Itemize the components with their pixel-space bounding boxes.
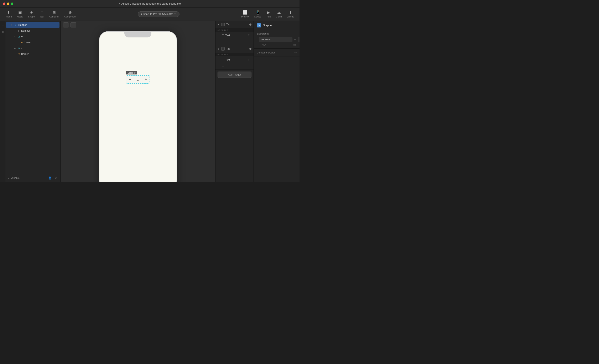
shape-button[interactable]: ◈ Shape — [26, 9, 37, 19]
component-guide-section: Component Guide ✏ — [254, 49, 300, 57]
shape-icon: ◈ — [29, 10, 34, 15]
ruler-1: 0 0.2 0.4 0.6 — [215, 28, 254, 32]
user-icon[interactable]: 👤 — [48, 176, 52, 180]
iphone-mockup: Stepper − 1 + — [99, 31, 177, 182]
layer-item-number[interactable]: ▼ T Number — [6, 28, 60, 34]
add-trigger-label: Add Trigger — [228, 73, 241, 76]
add-trigger-button[interactable]: Add Trigger — [218, 71, 251, 78]
tap-icon-1 — [221, 23, 225, 26]
toolbar-center: iPhone 11 Pro / X 375 × 812 ▼ — [79, 11, 238, 17]
union-layer-icon: ⊔ — [20, 41, 24, 44]
forward-button[interactable]: → — [70, 22, 76, 27]
device-button[interactable]: 📱 Device — [252, 9, 264, 19]
trigger-add-row-1[interactable]: + — [215, 39, 254, 45]
import-label: Import — [5, 15, 12, 18]
tap-icon-2 — [221, 47, 225, 51]
props-header: S Stepper — [254, 21, 300, 30]
container-button[interactable]: ⊞ Container — [47, 9, 61, 19]
layer-item-minus-group[interactable]: ▶ ⊞ - — [6, 45, 60, 51]
device-selector[interactable]: iPhone 11 Pro / X 375 × 812 ▼ — [138, 11, 179, 17]
props-panel: S Stepper Background ✏ HEX Fill Componen… — [254, 21, 300, 182]
cloud-icon: ☁ — [277, 10, 281, 15]
layers-panel: ▼ ➤ Stepper ▼ T Number ▼ ⊞ + ▼ ⊔ Union — [5, 21, 61, 182]
import-icon: ⬇ — [7, 10, 11, 15]
settings-icon[interactable]: ⚙ — [54, 176, 58, 180]
trigger-row-text-1: T Text T — [215, 32, 254, 39]
device-selector-label: iPhone 11 Pro / X 375 × 812 — [141, 13, 173, 16]
layer-item-plus-group[interactable]: ▼ ⊞ + — [6, 34, 60, 40]
layer-name-union: Union — [25, 41, 58, 44]
chevron-right-icon: ▶ — [14, 47, 16, 50]
upload-button[interactable]: ⬆ Upload — [285, 9, 296, 19]
cloud-button[interactable]: ☁ Cloud — [274, 9, 284, 19]
stepper-minus-button[interactable]: − — [126, 76, 134, 83]
chevron-down-icon: ▼ — [14, 35, 16, 38]
main-area: ☰ ⊞ ▼ ➤ Stepper ▼ T Number ▼ ⊞ + — [0, 21, 300, 182]
stepper-props-icon: S — [257, 23, 261, 27]
window-title: * [Asset] Calculate the amout in the sam… — [119, 2, 181, 5]
component-layer-icon: ➤ — [14, 23, 17, 27]
run-button[interactable]: ▶ Run — [264, 9, 273, 19]
chevron-down-icon: ▼ — [174, 13, 176, 15]
variable-section[interactable]: ▶ Variable — [8, 177, 19, 179]
chevron-right-icon: ▶ — [8, 177, 9, 179]
border-layer-icon: ⬚ — [17, 53, 20, 56]
opacity-input[interactable] — [298, 37, 300, 42]
assets-icon[interactable]: ⊞ — [1, 30, 5, 34]
component-button[interactable]: ⊕ Component — [62, 9, 78, 19]
trigger-dot-1 — [249, 24, 251, 26]
import-button[interactable]: ⬇ Import — [3, 9, 14, 19]
color-row: ✏ — [257, 37, 297, 42]
layer-panel-bottom: ▶ Variable 👤 ⚙ — [5, 174, 60, 182]
cloud-label: Cloud — [276, 15, 282, 18]
ruler-marks-1: 0 0.2 0.4 0.6 — [218, 29, 228, 31]
layer-name-number: Number — [21, 29, 58, 32]
text-button[interactable]: T Text — [38, 9, 46, 19]
trigger-row-text-2: T Text T — [215, 56, 254, 63]
close-button[interactable] — [3, 2, 5, 5]
layer-item-union[interactable]: ▼ ⊔ Union — [6, 40, 60, 45]
minimize-button[interactable] — [7, 2, 9, 5]
fill-label: Fill — [293, 44, 296, 46]
upload-icon: ⬆ — [288, 10, 293, 15]
group-layer-icon: ⊞ — [17, 35, 20, 38]
props-title: Stepper — [263, 24, 273, 27]
layer-name-minus: - — [21, 47, 58, 50]
edit-icon[interactable]: ✏ — [294, 38, 296, 41]
text-label: Text — [40, 15, 44, 18]
canvas-content[interactable]: Stepper − 1 + — [61, 29, 215, 182]
sublabel-row: HEX Fill — [257, 44, 297, 46]
stepper-plus-button[interactable]: + — [142, 76, 150, 83]
layer-item-stepper[interactable]: ▼ ➤ Stepper — [6, 22, 60, 28]
trigger-header-1[interactable]: ▼ Tap — [215, 21, 254, 28]
hex-input[interactable] — [259, 37, 292, 42]
trigger-section-1: ▼ Tap 0 0.2 0.4 0.6 T Text T + — [215, 21, 254, 45]
ruler-marks-2: 0 0.2 0.4 0.6 — [218, 53, 228, 55]
stepper-widget: Stepper − 1 + — [126, 71, 150, 84]
component-icon: ⊕ — [68, 10, 72, 15]
stepper-control: − 1 + — [126, 75, 150, 84]
media-button[interactable]: ▣ Media — [15, 9, 25, 19]
back-button[interactable]: ← — [63, 22, 69, 27]
hex-label: HEX — [262, 44, 266, 46]
maximize-button[interactable] — [11, 2, 13, 5]
device-label: Device — [254, 15, 261, 18]
trigger-add-row-2[interactable]: + — [215, 63, 254, 69]
canvas-area: ← → Stepper − 1 + − 100% + — [61, 21, 215, 182]
trigger-panel: ▼ Tap 0 0.2 0.4 0.6 T Text T + ▼ T — [215, 21, 254, 182]
window-controls[interactable] — [3, 2, 13, 5]
container-icon: ⊞ — [52, 10, 57, 15]
chevron-down-icon: ▼ — [218, 24, 220, 26]
left-side-panel: ☰ ⊞ — [0, 21, 5, 182]
layer-name-plus: + — [21, 35, 58, 38]
layer-item-border[interactable]: ▼ ⬚ Border — [6, 51, 60, 57]
group-layer-icon-minus: ⊞ — [17, 47, 20, 50]
color-swatch[interactable] — [257, 37, 257, 42]
component-guide-edit-icon[interactable]: ✏ — [294, 51, 297, 54]
text-trigger-icon-2: T — [222, 58, 224, 61]
layer-name-border: Border — [21, 53, 58, 55]
preview-button[interactable]: ⬜ Preview — [239, 9, 251, 19]
text-icon: T — [40, 10, 44, 15]
trigger-header-2[interactable]: ▼ Tap — [215, 45, 254, 53]
layers-icon[interactable]: ☰ — [1, 23, 5, 27]
